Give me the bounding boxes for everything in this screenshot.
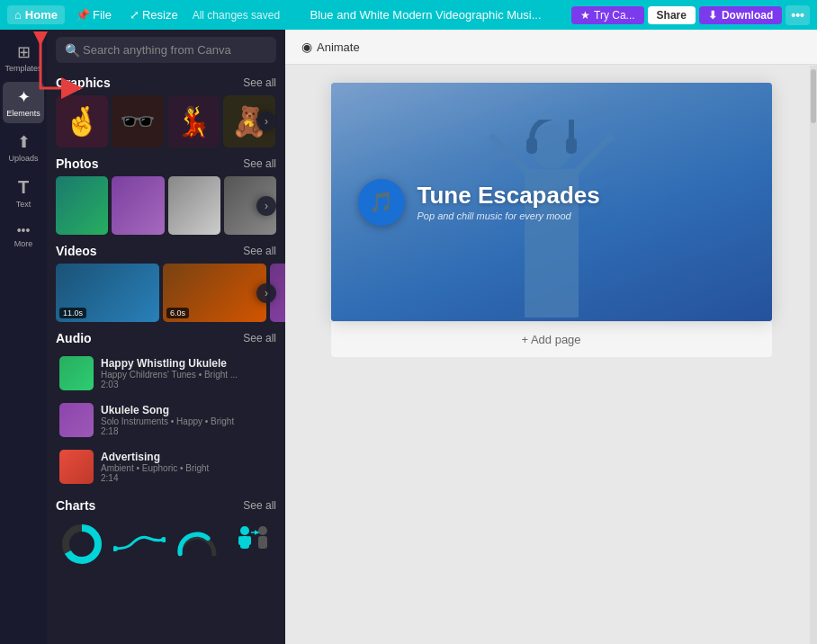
graphic-item[interactable]: 🕶️ [112, 95, 164, 148]
donut-chart-svg [58, 521, 105, 568]
left-panel: 🔍 Graphics See all 🤞 🕶️ 💃 🧸 [47, 30, 285, 644]
photos-title: Photos [56, 157, 98, 171]
video-duration: 11.0s [59, 308, 86, 318]
main-layout: ⊞ Templates ✦ Elements ⬆ Uploads T Text … [0, 30, 817, 644]
sidebar-item-text[interactable]: T Text [3, 172, 44, 214]
sidebar-item-label-uploads: Uploads [8, 154, 38, 163]
graphic-item[interactable]: 🤞 [56, 95, 108, 148]
audio-section-header: Audio See all [56, 331, 276, 345]
share-button[interactable]: Share [648, 6, 696, 24]
sidebar-item-label-templates: Templates [4, 64, 41, 73]
photo-item[interactable] [112, 176, 164, 235]
sidebar-item-elements[interactable]: ✦ Elements [3, 82, 44, 123]
audio-see-all[interactable]: See all [243, 332, 276, 344]
music-card: 🎵 Tune Escapades Pop and chill music for… [331, 83, 772, 321]
sidebar-item-more[interactable]: ••• More [3, 218, 44, 254]
svg-point-3 [161, 537, 166, 542]
more-options-button[interactable]: ••• [786, 5, 810, 25]
add-page-button[interactable]: + Add page [331, 322, 772, 357]
animate-button[interactable]: ◉ Animate [296, 37, 365, 57]
home-button[interactable]: ⌂ Home [7, 5, 65, 24]
charts-section-header: Charts See all [56, 498, 276, 513]
chart-donut[interactable] [56, 518, 108, 570]
charts-see-all[interactable]: See all [243, 499, 276, 512]
chart-arc[interactable] [171, 518, 223, 570]
videos-section: Videos See all 11.0s 6.0s › [47, 238, 285, 326]
photos-see-all[interactable]: See all [243, 157, 276, 170]
search-icon: 🔍 [65, 43, 80, 58]
audio-info: Happy Whistling Ukulele Happy Childrens'… [101, 357, 273, 389]
audio-track-desc: Ambient • Euphoric • Bright [101, 463, 273, 473]
audio-track-time: 2:14 [101, 473, 273, 483]
music-text: Tune Escapades Pop and chill music for e… [417, 183, 745, 222]
music-title: Tune Escapades [417, 183, 745, 209]
scrollbar-thumb[interactable] [811, 69, 816, 123]
canvas-scrollbar[interactable] [810, 66, 817, 644]
audio-item[interactable]: Ukulele Song Solo Instruments • Happy • … [56, 398, 276, 443]
document-title[interactable]: Blue and White Modern Videographic Musi.… [283, 8, 568, 22]
audio-track-desc: Happy Childrens' Tunes • Bright ... [101, 370, 273, 380]
videos-section-header: Videos See all [56, 244, 276, 258]
graphic-item[interactable]: 💃 [167, 95, 220, 148]
try-button[interactable]: ★ Try Ca... [571, 6, 644, 24]
people-chart-svg [231, 522, 278, 567]
design-canvas: 🎵 Tune Escapades Pop and chill music for… [331, 83, 772, 321]
download-label: Download [722, 9, 773, 22]
charts-grid [56, 518, 276, 570]
file-menu[interactable]: 📌 File [68, 5, 119, 24]
charts-section: Charts See all [47, 493, 285, 574]
templates-icon: ⊞ [17, 42, 31, 62]
video-item[interactable]: 6.0s [163, 264, 266, 322]
audio-title: Audio [56, 331, 92, 345]
audio-track-title: Advertising [101, 451, 273, 463]
photos-next-button[interactable]: › [256, 196, 276, 216]
search-bar: 🔍 [47, 30, 285, 70]
animate-icon: ◉ [301, 40, 312, 54]
audio-thumbnail [59, 450, 94, 484]
audio-track-title: Ukulele Song [101, 404, 273, 416]
home-label: Home [25, 8, 58, 22]
videos-see-all[interactable]: See all [243, 245, 276, 257]
graphics-grid: 🤞 🕶️ 💃 🧸 › [56, 95, 276, 148]
charts-title: Charts [56, 498, 95, 513]
sidebar-item-label-more: More [14, 239, 33, 248]
videos-grid: 11.0s 6.0s › [56, 264, 276, 322]
graphics-see-all[interactable]: See all [243, 76, 276, 89]
chart-people[interactable] [229, 518, 281, 570]
search-input[interactable] [56, 37, 276, 63]
music-logo: 🎵 [358, 179, 405, 226]
photos-section: Photos See all › [47, 151, 285, 238]
resize-menu[interactable]: ⤢ Resize [122, 5, 185, 24]
sidebar-item-templates[interactable]: ⊞ Templates [3, 37, 44, 78]
audio-item[interactable]: Happy Whistling Ukulele Happy Childrens'… [56, 351, 276, 396]
audio-info: Ukulele Song Solo Instruments • Happy • … [101, 404, 273, 436]
pin-icon: 📌 [76, 8, 90, 22]
video-item[interactable]: 11.0s [56, 264, 159, 322]
share-label: Share [657, 9, 687, 22]
try-label: Try Ca... [594, 9, 635, 22]
graphics-title: Graphics [56, 76, 111, 90]
photo-item[interactable] [56, 176, 108, 235]
photo-item[interactable] [168, 176, 220, 235]
videos-next-button[interactable]: › [256, 283, 276, 303]
sidebar-item-label-text: Text [16, 200, 31, 209]
sidebar-item-uploads[interactable]: ⬆ Uploads [3, 127, 44, 168]
audio-item[interactable]: Advertising Ambient • Euphoric • Bright … [56, 444, 276, 489]
text-icon: T [18, 177, 29, 198]
graphics-section-header: Graphics See all [56, 76, 276, 90]
audio-info: Advertising Ambient • Euphoric • Bright … [101, 451, 273, 483]
download-icon: ⬇ [708, 9, 717, 22]
chart-line[interactable] [113, 518, 166, 570]
resize-icon: ⤢ [130, 8, 139, 22]
music-subtitle: Pop and chill music for every mood [417, 210, 745, 221]
svg-point-8 [258, 526, 267, 535]
download-button[interactable]: ⬇ Download [699, 6, 782, 24]
photos-section-header: Photos See all [56, 157, 276, 171]
audio-thumbnail [59, 403, 94, 437]
line-chart-svg [113, 531, 166, 558]
save-status: All changes saved [193, 9, 280, 22]
music-card-content: 🎵 Tune Escapades Pop and chill music for… [331, 179, 772, 226]
svg-rect-12 [566, 138, 577, 154]
graphics-next-button[interactable]: › [256, 112, 276, 131]
more-icon: ••• [17, 223, 31, 237]
